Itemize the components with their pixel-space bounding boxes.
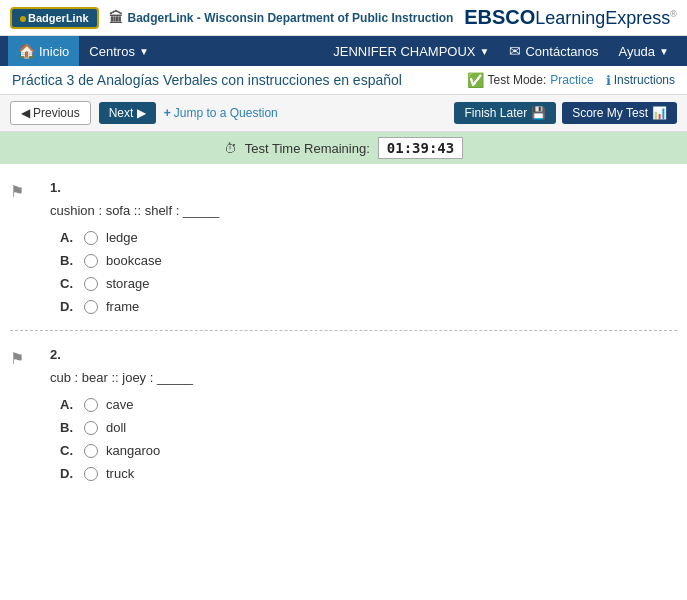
question-text-2: cub : bear :: joey : _____ [50, 370, 673, 385]
question-content-2: 2. cub : bear :: joey : _____ A. cave B.… [50, 347, 673, 481]
info-icon: ℹ [606, 73, 611, 88]
nav-centros[interactable]: Centros ▼ [79, 36, 158, 66]
flag-area-1: ⚑ [10, 182, 24, 201]
chevron-down-icon: ▼ [139, 46, 149, 57]
timer-label: Test Time Remaining: [245, 141, 370, 156]
flag-area-2: ⚑ [10, 349, 24, 368]
instructions-link[interactable]: ℹ Instructions [606, 73, 675, 88]
mail-icon: ✉ [509, 43, 521, 59]
question-text-1: cushion : sofa :: shelf : _____ [50, 203, 673, 218]
radio-1-c[interactable] [84, 277, 98, 291]
save-icon: 💾 [531, 106, 546, 120]
sub-header: Práctica 3 de Analogías Verbales con ins… [0, 66, 687, 95]
options-list-2: A. cave B. doll C. kangaroo D. t [60, 397, 673, 481]
chevron-down-icon: ▼ [480, 46, 490, 57]
question-content-1: 1. cushion : sofa :: shelf : _____ A. le… [50, 180, 673, 314]
radio-1-d[interactable] [84, 300, 98, 314]
nav-bar: 🏠 Inicio Centros ▼ JENNIFER CHAMPOUX ▼ ✉… [0, 36, 687, 66]
jump-to-question-link[interactable]: + Jump to a Question [164, 106, 278, 120]
option-2-a[interactable]: A. cave [60, 397, 673, 412]
finish-later-button[interactable]: Finish Later 💾 [454, 102, 556, 124]
practice-link[interactable]: Practice [550, 73, 593, 87]
timer-display: 01:39:43 [378, 137, 463, 159]
toolbar-right: Finish Later 💾 Score My Test 📊 [454, 102, 677, 124]
option-1-c[interactable]: C. storage [60, 276, 673, 291]
radio-2-b[interactable] [84, 421, 98, 435]
nav-user[interactable]: JENNIFER CHAMPOUX ▼ [323, 36, 499, 66]
options-list-1: A. ledge B. bookcase C. storage D. [60, 230, 673, 314]
question-block-2: ⚑ 2. cub : bear :: joey : _____ A. cave … [0, 331, 687, 497]
timer-bar: ⏱ Test Time Remaining: 01:39:43 [0, 132, 687, 164]
page-title: Práctica 3 de Analogías Verbales con ins… [12, 72, 402, 88]
nav-right: JENNIFER CHAMPOUX ▼ ✉ Contáctanos Ayuda … [323, 36, 679, 66]
building-icon: 🏛 [109, 10, 123, 26]
nav-inicio[interactable]: 🏠 Inicio [8, 36, 79, 66]
chart-icon: 📊 [652, 106, 667, 120]
chevron-left-icon: ◀ [21, 106, 30, 120]
home-icon: 🏠 [18, 43, 35, 59]
chevron-right-icon: ▶ [137, 106, 146, 120]
option-2-c[interactable]: C. kangaroo [60, 443, 673, 458]
top-header: BadgerLink 🏛 BadgerLink - Wisconsin Depa… [0, 0, 687, 36]
radio-1-a[interactable] [84, 231, 98, 245]
plus-icon: + [164, 106, 171, 120]
check-icon: ✅ [467, 72, 484, 88]
question-number-2: 2. [50, 347, 673, 362]
option-2-b[interactable]: B. doll [60, 420, 673, 435]
right-controls: ✅ Test Mode: Practice ℹ Instructions [467, 72, 675, 88]
clock-icon: ⏱ [224, 141, 237, 156]
option-1-d[interactable]: D. frame [60, 299, 673, 314]
logo-area: BadgerLink 🏛 BadgerLink - Wisconsin Depa… [10, 7, 453, 29]
score-my-test-button[interactable]: Score My Test 📊 [562, 102, 677, 124]
badgerlink-logo: BadgerLink [10, 7, 99, 29]
radio-2-a[interactable] [84, 398, 98, 412]
flag-icon-1[interactable]: ⚑ [10, 183, 24, 200]
flag-icon-2[interactable]: ⚑ [10, 350, 24, 367]
toolbar: ◀ Previous Next ▶ + Jump to a Question F… [0, 95, 687, 132]
le-text: LearningExpress® [535, 8, 677, 28]
chevron-down-icon: ▼ [659, 46, 669, 57]
dept-name: 🏛 BadgerLink - Wisconsin Department of P… [109, 10, 454, 26]
previous-button[interactable]: ◀ Previous [10, 101, 91, 125]
next-button[interactable]: Next ▶ [99, 102, 156, 124]
radio-2-d[interactable] [84, 467, 98, 481]
logo-text: BadgerLink [28, 12, 89, 24]
content-area: ⚑ 1. cushion : sofa :: shelf : _____ A. … [0, 164, 687, 497]
option-1-b[interactable]: B. bookcase [60, 253, 673, 268]
option-2-d[interactable]: D. truck [60, 466, 673, 481]
question-block-1: ⚑ 1. cushion : sofa :: shelf : _____ A. … [0, 164, 687, 330]
nav-help[interactable]: Ayuda ▼ [608, 36, 679, 66]
question-number-1: 1. [50, 180, 673, 195]
test-mode: ✅ Test Mode: Practice [467, 72, 594, 88]
radio-1-b[interactable] [84, 254, 98, 268]
radio-2-c[interactable] [84, 444, 98, 458]
option-1-a[interactable]: A. ledge [60, 230, 673, 245]
ebsco-logo: EBSCOLearningExpress® [464, 6, 677, 29]
nav-contact[interactable]: ✉ Contáctanos [499, 36, 608, 66]
